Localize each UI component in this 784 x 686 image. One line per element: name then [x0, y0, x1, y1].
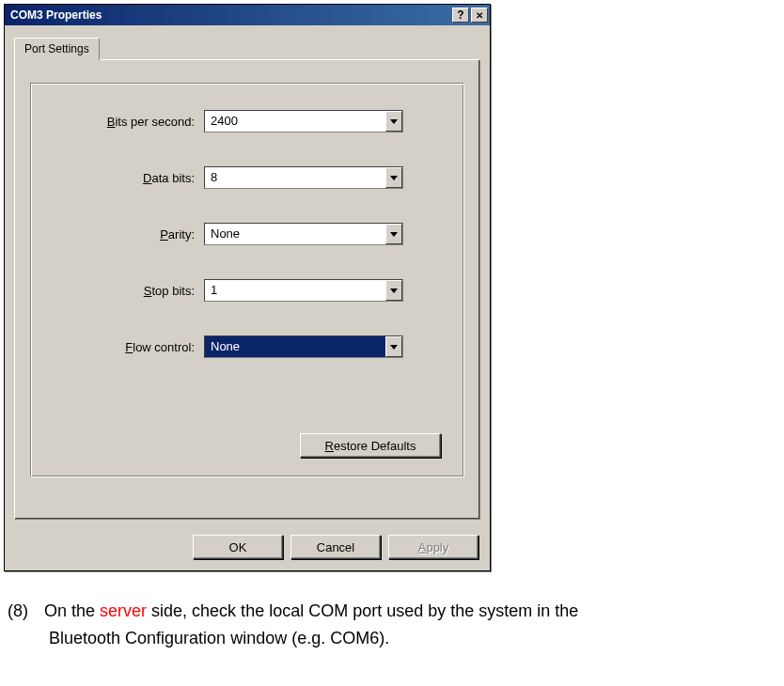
svg-marker-2	[390, 232, 398, 237]
combo-parity[interactable]: None	[204, 223, 403, 245]
combo-value: 2400	[205, 111, 385, 132]
field-stop-bits: Stop bits: 1	[54, 279, 441, 302]
svg-marker-4	[390, 345, 398, 350]
tab-port-settings[interactable]: Port Settings	[14, 38, 100, 60]
ok-button[interactable]: OK	[193, 535, 283, 559]
combo-value: 1	[205, 280, 385, 301]
combo-value: None	[205, 224, 385, 244]
combo-stop-bits[interactable]: 1	[204, 279, 403, 302]
chevron-down-icon[interactable]	[385, 280, 402, 301]
chevron-down-icon[interactable]	[385, 336, 402, 357]
restore-defaults-button[interactable]: Restore Defaults	[300, 433, 441, 458]
field-data-bits: Data bits: 8	[54, 166, 441, 189]
window-title: COM3 Properties	[10, 8, 450, 22]
combo-flow-control[interactable]: None	[204, 335, 403, 358]
chevron-down-icon[interactable]	[385, 111, 402, 132]
instruction-text: (8) On the server side, check the local …	[0, 571, 784, 652]
close-icon: ✕	[476, 10, 483, 21]
svg-marker-3	[390, 288, 398, 293]
svg-marker-1	[390, 176, 398, 180]
instruction-red: server	[100, 601, 147, 620]
help-icon: ?	[457, 8, 463, 22]
combo-value: None	[205, 336, 385, 357]
chevron-down-icon[interactable]	[385, 167, 402, 188]
cancel-button[interactable]: Cancel	[290, 535, 381, 559]
field-parity: Parity: None	[54, 223, 441, 245]
dialog-buttons: OK Cancel Apply	[5, 529, 490, 570]
titlebar: COM3 Properties ? ✕	[5, 5, 490, 25]
combo-value: 8	[205, 167, 385, 188]
instruction-line2: Bluetooth Configuration window (e.g. COM…	[8, 625, 776, 652]
tab-label: Port Settings	[24, 42, 89, 55]
instruction-pre: On the	[44, 601, 100, 620]
svg-marker-0	[390, 119, 398, 124]
tab-panel: Bits per second: 2400 Data bits: 8 Parit…	[14, 59, 480, 520]
field-flow-control: Flow control: None	[54, 335, 441, 358]
instruction-post: side, check the local COM port used by t…	[147, 601, 578, 620]
combo-data-bits[interactable]: 8	[204, 166, 403, 189]
field-bits-per-second: Bits per second: 2400	[54, 110, 441, 133]
combo-bits-per-second[interactable]: 2400	[204, 110, 403, 133]
chevron-down-icon[interactable]	[385, 224, 402, 244]
tab-strip: Port Settings	[14, 37, 480, 59]
label-data-bits: Data bits:	[54, 171, 204, 185]
properties-dialog: COM3 Properties ? ✕ Port Settings Bits p…	[4, 4, 491, 571]
help-button[interactable]: ?	[452, 8, 469, 23]
titlebar-buttons: ? ✕	[450, 8, 488, 23]
label-flow-control: Flow control:	[54, 340, 204, 354]
settings-groupbox: Bits per second: 2400 Data bits: 8 Parit…	[30, 83, 464, 477]
close-button[interactable]: ✕	[471, 8, 488, 23]
label-stop-bits: Stop bits:	[54, 284, 204, 298]
label-parity: Parity:	[54, 227, 204, 242]
apply-button: Apply	[388, 535, 478, 559]
instruction-number: (8)	[8, 598, 39, 625]
dialog-body: Port Settings Bits per second: 2400 Data…	[5, 25, 490, 529]
restore-defaults-row: Restore Defaults	[300, 433, 441, 458]
label-bits-per-second: Bits per second:	[54, 115, 204, 129]
